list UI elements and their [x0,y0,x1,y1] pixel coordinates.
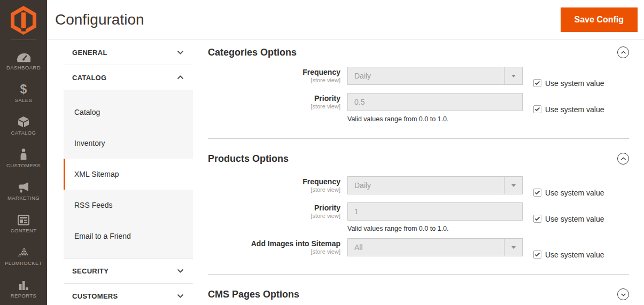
field-scope: [store view] [208,213,340,219]
use-system-value-group: Use system value [533,188,604,197]
section-header-categories-options: Categories Options [208,40,629,67]
box-icon [17,116,30,128]
nav-section-security[interactable]: SECURITY [64,259,193,284]
page-title: Configuration [55,11,144,28]
field-scope: [store view] [208,103,340,110]
subnav-item-label: Email to a Friend [74,232,131,240]
checkbox-label: Use system value [545,251,604,259]
select-arrow-button[interactable] [504,239,522,256]
subnav-item-label: Catalog [74,108,100,116]
subnav-item-catalog[interactable]: Catalog [64,97,193,128]
section-header-cms-pages-options: CMS Pages Options [208,275,629,300]
sidebar-item-reports[interactable]: REPORTS [0,272,47,305]
section-header-products-options: Products Options [208,139,629,176]
field-note: Valid values range from 0.0 to 1.0. [347,115,523,123]
megaphone-icon [17,181,30,193]
select-value: Daily [348,67,504,84]
person-icon [19,148,28,160]
sidebar-item-dashboard[interactable]: DASHBOARD [0,44,47,77]
sidebar-item-label: CONTENT [11,228,37,233]
use-system-value-group: Use system value [533,214,604,223]
sidebar-item-label: DASHBOARD [6,65,41,71]
catalog-subnav: Catalog Inventory XML Sitemap RSS Feeds … [64,90,193,259]
field-scope: [store view] [208,186,340,193]
products-frequency-select[interactable]: Daily [347,176,523,194]
speedometer-icon [17,51,30,62]
use-system-value-checkbox[interactable] [533,105,541,113]
chevron-down-icon [177,294,184,298]
field-label: Frequency [208,177,340,186]
subnav-item-label: RSS Feeds [74,201,113,209]
subnav-item-xml-sitemap[interactable]: XML Sitemap [64,159,193,190]
section-title: Categories Options [208,47,297,58]
page-body: GENERAL CATALOG Catalog I [47,40,644,305]
nav-section-general[interactable]: GENERAL [64,40,193,65]
use-system-value-checkbox[interactable] [533,251,541,259]
triangle-down-icon [511,75,516,77]
sidebar-item-label: CATALOG [11,130,36,136]
categories-priority-input[interactable] [347,93,523,111]
sidebar-item-catalog[interactable]: CATALOG [0,110,47,142]
expand-section-button[interactable] [617,288,629,300]
collapse-section-button[interactable] [617,153,629,165]
use-system-value-checkbox[interactable] [533,79,541,87]
use-system-value-checkbox[interactable] [533,215,541,223]
triangle-down-icon [511,246,516,249]
checkbox-label: Use system value [545,215,604,223]
section-title: CMS Pages Options [208,289,299,300]
select-value: Daily [348,177,504,194]
nav-section-label: SECURITY [72,267,108,275]
collapse-section-button[interactable] [617,46,629,58]
add-images-into-sitemap-select[interactable]: All [347,238,523,256]
use-system-value-checkbox[interactable] [533,189,541,197]
sidebar-item-sales[interactable]: $ SALES [0,77,47,110]
checkbox-label: Use system value [545,189,604,197]
configuration-page: DASHBOARD $ SALES CATALOG [0,0,644,305]
save-config-button[interactable]: Save Config [561,7,638,32]
field-note: Valid values range from 0.0 to 1.0. [347,225,523,233]
select-arrow-button[interactable] [504,177,522,194]
field-row-products-frequency: Frequency [store view] Daily Use sys [208,176,629,197]
sidebar-item-label: REPORTS [11,293,37,299]
page: Configuration Save Config GENERAL CATALO… [47,0,644,305]
subnav-item-email-to-a-friend[interactable]: Email to a Friend [64,221,193,252]
products-priority-input[interactable] [347,202,523,221]
pyramid-dots-icon [17,246,30,258]
sidebar-item-label: CUSTOMERS [6,162,41,168]
nav-section-customers[interactable]: CUSTOMERS [64,284,193,305]
chevron-down-icon [177,50,184,54]
use-system-value-group: Use system value [533,250,604,259]
field-label: Frequency [208,68,340,77]
field-row-categories-frequency: Frequency [store view] Daily Use sys [208,67,629,88]
field-label: Priority [208,94,340,103]
config-content: Categories Options Frequency [store view… [193,40,644,305]
subnav-item-label: XML Sitemap [74,170,119,178]
sidebar-item-plumrocket[interactable]: PLUMROCKET [0,240,47,272]
sidebar-item-label: SALES [15,97,33,103]
field-label: Priority [208,204,340,213]
sidebar-item-label: MARKETING [7,195,40,201]
subnav-item-rss-feeds[interactable]: RSS Feeds [64,190,193,221]
field-scope: [store view] [208,77,340,83]
use-system-value-group: Use system value [533,105,604,114]
subnav-item-label: Inventory [74,139,105,147]
sidebar-item-content[interactable]: CONTENT [0,207,47,240]
sidebar-item-label: PLUMROCKET [5,260,42,266]
menu-divider [11,40,36,40]
magento-logo[interactable] [11,0,36,40]
admin-menu: DASHBOARD $ SALES CATALOG [0,0,47,305]
categories-frequency-select[interactable]: Daily [347,67,523,85]
layout-icon [18,214,29,225]
config-nav: GENERAL CATALOG Catalog I [64,40,193,305]
checkbox-label: Use system value [545,79,604,88]
checkbox-label: Use system value [545,105,604,114]
sidebar-item-customers[interactable]: CUSTOMERS [0,142,47,175]
field-row-products-priority: Priority [store view] Valid values range… [208,202,629,233]
nav-section-catalog[interactable]: CATALOG [64,65,193,90]
select-arrow-button[interactable] [504,67,522,84]
chevron-up-icon [177,75,184,80]
field-row-categories-priority: Priority [store view] Valid values range… [208,93,629,123]
sidebar-item-marketing[interactable]: MARKETING [0,175,47,207]
dollar-icon: $ [20,83,27,95]
subnav-item-inventory[interactable]: Inventory [64,128,193,159]
